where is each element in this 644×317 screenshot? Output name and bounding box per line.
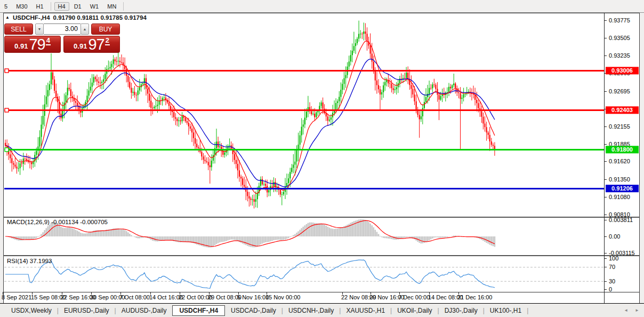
- price-axis-label: 0.91080: [609, 194, 630, 200]
- price-axis-label: 0.91620: [609, 158, 630, 164]
- line-anchor-marker: [5, 148, 9, 152]
- buy-price-figure: 0.91: [74, 41, 87, 52]
- macd-axis-label: 0.00: [609, 233, 620, 240]
- tabs-scroll-right-icon[interactable]: ►: [635, 308, 639, 313]
- time-axis-label: 14 Oct 16:00: [149, 294, 183, 300]
- collapse-panel-icon[interactable]: ▲: [5, 15, 10, 20]
- chart-tab-usdcnh-daily[interactable]: USDCNH-,Daily: [284, 305, 339, 316]
- line-anchor-marker: [5, 108, 9, 112]
- time-axis-label: 21 Dec 16:00: [457, 294, 492, 300]
- buy-price-pipette: 2: [105, 36, 110, 45]
- buy-price-box[interactable]: 0.91 97 2: [63, 36, 120, 53]
- chart-title: ▲ USDCHF-,H4 0.91790 0.91811 0.91785 0.9…: [5, 14, 147, 21]
- volume-stepper: ▼ 3.00 ▲: [35, 23, 89, 35]
- one-click-trade-panel: SELL ▼ 3.00 ▲ BUY 0.91 79 4 0.91 97 2: [4, 23, 120, 53]
- sell-price-box[interactable]: 0.91 79 4: [4, 36, 61, 53]
- tab-divider: |: [526, 307, 529, 314]
- volume-input[interactable]: 3.00: [44, 23, 80, 35]
- chart-tab-usdx-weekly[interactable]: USDX,Weekly: [6, 305, 57, 316]
- chart-tab-usdcad-daily[interactable]: USDCAD-,Daily: [226, 305, 281, 316]
- sell-price-pips: 79: [29, 37, 45, 52]
- chart-tab-uk100-h1[interactable]: UK100-,H1: [485, 305, 526, 316]
- chart-tab-audusd-daily[interactable]: AUDUSD-,Daily: [117, 305, 172, 316]
- chart-tab-ukoil-daily[interactable]: UKOil-,Daily: [392, 305, 437, 316]
- chart-tab-eurusd-daily[interactable]: EURUSD-,Daily: [59, 305, 114, 316]
- time-axis-label: 7 Dec 00:00: [398, 294, 430, 300]
- time-axis-label: 7 Oct 08:00: [119, 294, 150, 300]
- price-axis-label: 0.93775: [609, 17, 630, 23]
- level-price-tag-text: 0.93006: [611, 67, 633, 74]
- sell-button[interactable]: SELL: [4, 23, 33, 35]
- chart-tab-dj30-daily[interactable]: DJ30-,Daily: [440, 305, 482, 316]
- symbol-label: USDCHF-,H4: [13, 14, 50, 21]
- level-price-tag-text: 0.91206: [611, 185, 633, 192]
- level-price-tag-text: 0.91800: [611, 146, 633, 153]
- sell-price-pipette: 4: [46, 36, 51, 45]
- rsi-axis-label: 100: [609, 255, 618, 261]
- volume-increase-icon[interactable]: ▲: [80, 23, 89, 35]
- price-axis-label: 0.93505: [609, 35, 630, 41]
- volume-decrease-icon[interactable]: ▼: [35, 23, 44, 35]
- rsi-axis-label: 70: [609, 264, 615, 270]
- time-axis-label: 29 Oct 08:00: [208, 294, 241, 300]
- macd-indicator-label: MACD(12,26,9) -0.001134 -0.000705: [7, 219, 108, 225]
- rsi-axis-label: 30: [609, 278, 615, 284]
- buy-button[interactable]: BUY: [91, 23, 120, 35]
- time-axis-label: 5 Nov 16:00: [237, 294, 269, 300]
- sell-price-figure: 0.91: [14, 41, 28, 52]
- rsi-indicator-label: RSI(14) 37.1993: [7, 258, 52, 264]
- tabs-scroll-left-icon[interactable]: ◄: [624, 308, 628, 313]
- time-axis-label: 15 Nov 00:00: [265, 294, 300, 300]
- chart-tab-usdchf-h4[interactable]: USDCHF-,H4: [172, 305, 225, 316]
- price-axis-label: 0.93235: [609, 52, 630, 59]
- price-axis-label: 0.92695: [609, 88, 630, 94]
- price-axis-label: 0.92155: [609, 123, 630, 130]
- rsi-axis-label: 0: [609, 286, 612, 292]
- ohlc-values: 0.91790 0.91811 0.91785 0.91794: [53, 14, 147, 21]
- buy-price-pips: 97: [88, 37, 104, 52]
- mt4-terminal: 5M30H1H4D1W1MN 0.937750.935050.932350.92…: [0, 0, 644, 317]
- price-axis-label: 0.91350: [609, 176, 630, 183]
- time-axis-label: 8 Sep 2021: [2, 294, 31, 300]
- time-axis-label: 22 Oct 00:00: [179, 294, 212, 300]
- chart-tabs-bar: USDX,Weekly|EURUSD-,Daily|AUDUSD-,DailyU…: [0, 304, 644, 317]
- macd-axis-label: 0.003811: [609, 217, 633, 223]
- level-price-tag-text: 0.92403: [611, 107, 633, 113]
- line-anchor-marker: [5, 69, 9, 73]
- chart-tab-xauusd-h1[interactable]: XAUUSD-,H1: [341, 305, 390, 316]
